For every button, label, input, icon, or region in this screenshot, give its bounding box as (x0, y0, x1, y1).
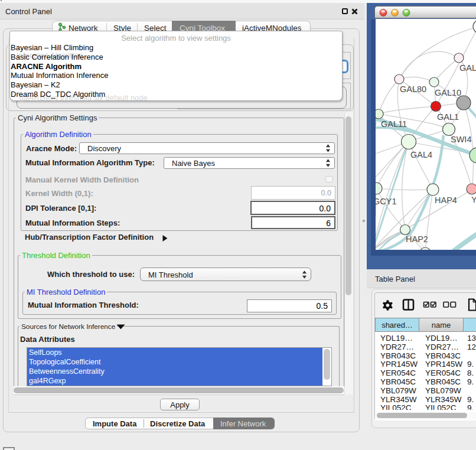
svg-text:HAP2: HAP2 (406, 234, 428, 244)
svg-text:GAL1: GAL1 (437, 112, 459, 122)
svg-text:GCY1: GCY1 (376, 197, 397, 206)
svg-text:GAL2: GAL2 (459, 63, 476, 73)
svg-text:YM: YM (471, 195, 476, 204)
svg-text:SWI4: SWI4 (451, 135, 471, 144)
svg-text:GAL11: GAL11 (381, 119, 407, 129)
svg-text:GAL10: GAL10 (435, 88, 461, 97)
svg-text:HAP4: HAP4 (435, 195, 457, 205)
svg-text:GAL4: GAL4 (410, 150, 432, 159)
svg-text:GAL80: GAL80 (400, 84, 426, 94)
